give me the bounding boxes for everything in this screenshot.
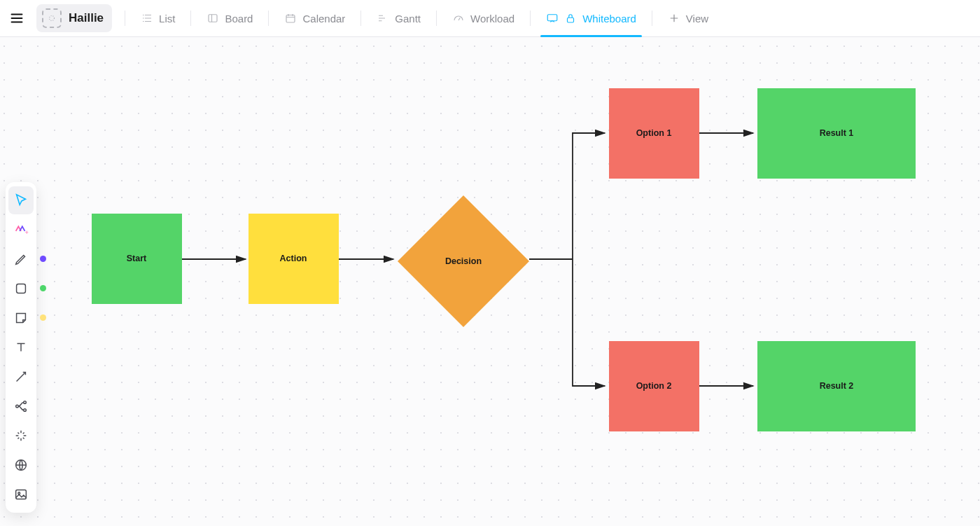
embed-tool[interactable] — [8, 451, 34, 479]
node-result2-label: Result 2 — [820, 381, 854, 391]
node-result1-label: Result 1 — [820, 128, 854, 138]
workload-icon — [452, 12, 465, 25]
tab-workload-label: Workload — [470, 13, 514, 25]
node-result1[interactable]: Result 1 — [757, 88, 916, 179]
tab-gantt[interactable]: Gantt — [371, 8, 426, 29]
tab-workload[interactable]: Workload — [447, 8, 520, 29]
svg-text:+: + — [25, 229, 29, 236]
sticky-note-icon — [13, 310, 29, 326]
select-tool[interactable] — [8, 186, 34, 214]
text-tool[interactable] — [8, 333, 34, 361]
node-start[interactable]: Start — [92, 214, 182, 304]
space-avatar-icon — [42, 8, 62, 28]
divider — [436, 11, 437, 26]
tab-whiteboard[interactable]: Whiteboard — [540, 8, 642, 29]
list-icon — [141, 12, 153, 25]
connector-tool[interactable] — [8, 363, 34, 391]
space-name: Haillie — [69, 11, 104, 25]
mindmap-icon — [13, 399, 29, 414]
tab-calendar[interactable]: Calendar — [279, 8, 351, 29]
sparkle-icon — [13, 428, 29, 443]
divider — [125, 11, 125, 26]
tab-calendar-label: Calendar — [302, 13, 345, 25]
image-icon — [13, 487, 29, 502]
mindmap-tool[interactable] — [8, 392, 34, 420]
text-icon — [13, 340, 29, 355]
pen-tool[interactable] — [8, 245, 34, 273]
sticky-note-tool[interactable] — [8, 304, 34, 332]
svg-rect-1 — [209, 15, 217, 22]
divider — [268, 11, 269, 26]
divider — [190, 11, 191, 26]
pen-color-dot — [40, 256, 46, 262]
svg-point-16 — [24, 409, 27, 412]
node-option2[interactable]: Option 2 — [609, 341, 699, 431]
plus-icon — [668, 12, 680, 25]
connector-icon — [13, 369, 29, 385]
connector-decision-option1[interactable] — [573, 133, 605, 259]
node-option1[interactable]: Option 1 — [609, 88, 699, 179]
tab-list-label: List — [159, 13, 175, 25]
tab-board-label: Board — [225, 13, 253, 25]
whiteboard-icon — [546, 12, 559, 25]
add-view-label: View — [686, 13, 708, 25]
ai-icon: + — [13, 222, 29, 237]
gantt-icon — [377, 12, 389, 25]
tab-list[interactable]: List — [135, 8, 181, 29]
lock-icon — [564, 12, 577, 25]
node-action-label: Action — [280, 254, 307, 263]
calendar-icon — [284, 12, 297, 25]
svg-rect-3 — [547, 15, 557, 21]
svg-point-0 — [50, 16, 55, 21]
shape-tool[interactable] — [8, 275, 34, 303]
ai-tool[interactable]: + — [8, 216, 34, 244]
board-icon — [206, 12, 219, 25]
pen-icon — [13, 251, 29, 267]
whiteboard-toolbox: + — [6, 182, 36, 513]
divider — [530, 11, 531, 26]
tab-whiteboard-label: Whiteboard — [582, 13, 636, 25]
magic-tool[interactable] — [8, 422, 34, 450]
divider — [652, 11, 652, 26]
node-action[interactable]: Action — [248, 214, 339, 304]
svg-point-14 — [16, 405, 19, 408]
tab-board[interactable]: Board — [201, 8, 258, 29]
shape-color-dot — [40, 285, 46, 291]
globe-icon — [13, 457, 29, 473]
shape-icon — [13, 281, 29, 296]
node-option1-label: Option 1 — [636, 128, 672, 138]
menu-button[interactable] — [7, 8, 27, 28]
tab-gantt-label: Gantt — [395, 13, 421, 25]
svg-rect-18 — [16, 490, 27, 499]
whiteboard-canvas[interactable]: Start Action Decision Option 1 Option 2 … — [0, 36, 980, 526]
cursor-icon — [13, 193, 29, 208]
node-option2-label: Option 2 — [636, 381, 672, 391]
svg-rect-4 — [568, 18, 574, 22]
top-bar: Haillie List Board Calendar Gantt Worklo… — [0, 0, 980, 36]
svg-rect-2 — [286, 15, 295, 23]
node-start-label: Start — [127, 254, 147, 263]
svg-point-15 — [24, 401, 27, 404]
divider — [360, 11, 361, 26]
node-decision[interactable]: Decision — [398, 195, 529, 327]
node-result2[interactable]: Result 2 — [757, 341, 916, 431]
space-chip[interactable]: Haillie — [36, 4, 112, 32]
add-view-button[interactable]: View — [662, 8, 714, 29]
note-color-dot — [40, 314, 46, 321]
svg-rect-13 — [17, 284, 26, 293]
node-decision-label: Decision — [445, 256, 482, 266]
image-tool[interactable] — [8, 480, 34, 508]
connector-decision-option2[interactable] — [573, 259, 605, 386]
